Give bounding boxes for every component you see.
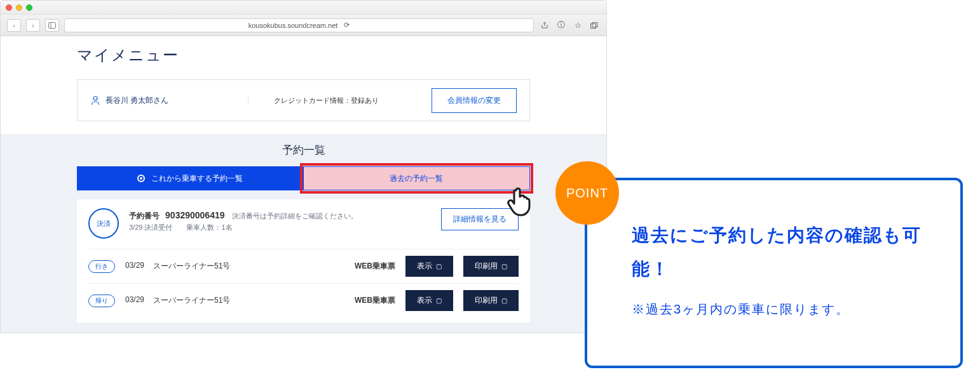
reservation-number-label: 予約番号 <box>129 211 160 220</box>
forward-button[interactable]: › <box>26 19 40 32</box>
reservation-note: 決済番号は予約詳細をご確認ください。 <box>232 212 358 220</box>
change-member-info-button[interactable]: 会員情報の変更 <box>432 88 517 113</box>
view-details-button[interactable]: 詳細情報を見る <box>441 208 519 230</box>
minimize-window-icon[interactable] <box>16 4 22 11</box>
trip-direction-chip: 行き <box>88 260 115 273</box>
page-body: マイメニュー 長谷川 勇太郎さん クレジットカード情報：登録あり 会員情報の変更… <box>1 36 606 333</box>
status-badge: 決済 <box>88 208 119 239</box>
reservation-tabs: これから乗車する予約一覧 過去の予約一覧 <box>77 166 530 190</box>
info-icon[interactable]: ⓘ <box>555 20 567 30</box>
back-button[interactable]: ‹ <box>7 19 21 32</box>
tab-past-reservations[interactable]: 過去の予約一覧 <box>303 166 531 190</box>
share-icon[interactable] <box>539 22 550 29</box>
sidebar-icon <box>48 22 56 29</box>
trip-date: 03/29 <box>125 261 144 272</box>
print-label: 印刷用 <box>475 261 498 272</box>
member-name: 長谷川 勇太郎さん <box>105 95 168 106</box>
tab-past-label: 過去の予約一覧 <box>390 173 443 184</box>
trip-row: 行き 03/29 スーパーライナー51号 WEB乗車票 表示 ▢ 印刷用 ▢ <box>88 249 519 283</box>
open-icon: ▢ <box>501 297 507 304</box>
svg-rect-0 <box>49 22 56 28</box>
reservation-card-header: 決済 予約番号 903290006419 決済番号は予約詳細をご確認ください。 … <box>88 208 519 239</box>
mymenu-section: マイメニュー 長谷川 勇太郎さん クレジットカード情報：登録あり 会員情報の変更 <box>1 36 606 134</box>
open-icon: ▢ <box>436 297 442 304</box>
trip-row: 帰り 03/29 スーパーライナー51号 WEB乗車票 表示 ▢ 印刷用 ▢ <box>88 283 519 317</box>
web-ticket-label: WEB乗車票 <box>355 261 395 272</box>
window-traffic-lights <box>6 4 32 11</box>
svg-point-4 <box>93 96 97 100</box>
callout-note: ※過去3ヶ月内の乗車に限ります。 <box>632 301 937 318</box>
star-icon[interactable]: ☆ <box>572 21 583 30</box>
callout-headline: 過去にご予約した内容の確認も可能！ <box>632 218 937 286</box>
address-text: kousokubus.soundcream.net <box>248 22 338 29</box>
address-bar[interactable]: kousokubus.soundcream.net ⟳ <box>64 18 534 32</box>
maximize-window-icon[interactable] <box>26 4 32 11</box>
reservation-section: 予約一覧 これから乗車する予約一覧 過去の予約一覧 決済 予約番号 <box>1 134 606 333</box>
open-icon: ▢ <box>436 263 442 270</box>
sidebar-toggle-button[interactable] <box>45 19 59 32</box>
browser-toolbar: ‹ › kousokubus.soundcream.net ⟳ ⓘ ☆ <box>1 15 606 36</box>
show-ticket-button[interactable]: 表示 ▢ <box>405 256 453 277</box>
member-card: 長谷川 勇太郎さん クレジットカード情報：登録あり 会員情報の変更 <box>77 79 530 121</box>
tab-upcoming-label: これから乗車する予約一覧 <box>151 173 243 184</box>
reservation-summary: 予約番号 903290006419 決済番号は予約詳細をご確認ください。 3/2… <box>129 208 431 234</box>
tabs-icon[interactable] <box>589 22 600 29</box>
tab-upcoming-reservations[interactable]: これから乗車する予約一覧 <box>77 166 303 190</box>
point-callout: POINT 過去にご予約した内容の確認も可能！ ※過去3ヶ月内の乗車に限ります。 <box>585 178 963 368</box>
reservation-number: 903290006419 <box>165 210 224 220</box>
radio-selected-icon <box>137 175 145 182</box>
browser-window: ‹ › kousokubus.soundcream.net ⟳ ⓘ ☆ + マイ… <box>0 0 607 333</box>
reservation-heading: 予約一覧 <box>77 143 530 157</box>
show-ticket-button[interactable]: 表示 ▢ <box>405 290 453 311</box>
person-icon <box>90 95 100 105</box>
point-badge: POINT <box>555 161 619 225</box>
reservation-card: 決済 予約番号 903290006419 決済番号は予約詳細をご確認ください。 … <box>77 199 530 322</box>
svg-rect-2 <box>591 23 596 28</box>
trip-date: 03/29 <box>125 295 144 306</box>
window-titlebar <box>1 1 606 15</box>
svg-rect-3 <box>592 22 597 27</box>
print-label: 印刷用 <box>475 295 498 306</box>
member-name-block: 長谷川 勇太郎さん <box>90 95 248 106</box>
trip-name: スーパーライナー51号 <box>153 261 230 272</box>
reservation-subline: 3/29 決済受付 乗車人数：1名 <box>129 222 431 234</box>
trip-direction-chip: 帰り <box>88 295 115 307</box>
print-ticket-button[interactable]: 印刷用 ▢ <box>463 290 519 311</box>
page-title: マイメニュー <box>77 45 530 65</box>
print-ticket-button[interactable]: 印刷用 ▢ <box>463 256 519 277</box>
reload-icon[interactable]: ⟳ <box>344 21 350 29</box>
web-ticket-label: WEB乗車票 <box>355 295 395 306</box>
trip-name: スーパーライナー51号 <box>153 295 230 306</box>
close-window-icon[interactable] <box>6 4 12 11</box>
show-label: 表示 <box>417 261 432 272</box>
show-label: 表示 <box>417 295 432 306</box>
open-icon: ▢ <box>501 263 507 270</box>
card-info-text: クレジットカード情報：登録あり <box>248 96 432 105</box>
